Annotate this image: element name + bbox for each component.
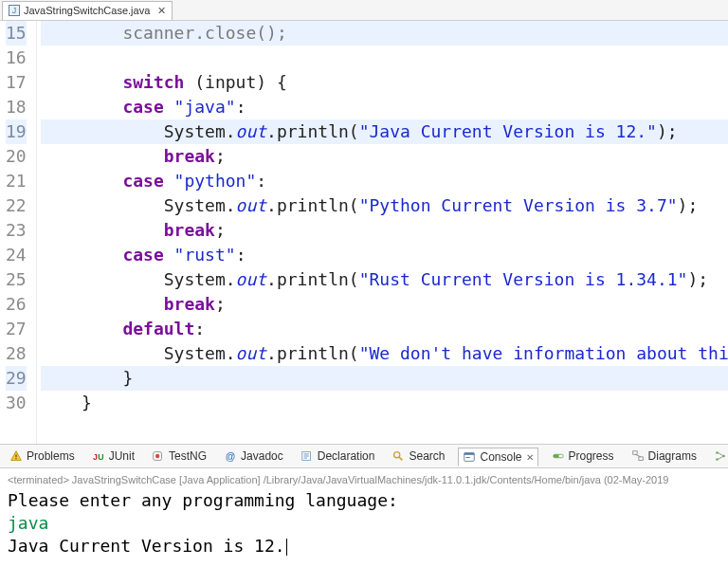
view-tab-declaration[interactable]: Declaration: [297, 448, 379, 465]
warning-icon: [9, 449, 23, 463]
view-tab-junit[interactable]: JUJUnit: [88, 448, 138, 465]
svg-text:@: @: [226, 450, 236, 462]
line-number: 27: [6, 317, 27, 341]
testng-icon: [152, 449, 165, 463]
console-status: <terminated> JavaStringSwitchCase [Java …: [0, 468, 728, 485]
line-number: 18: [6, 95, 27, 119]
view-tab-callhier[interactable]: Call Hierar: [710, 441, 728, 471]
svg-line-25: [718, 453, 722, 456]
code-line[interactable]: System.out.println("Rust Current Version…: [41, 267, 728, 292]
console-line: Please enter any programming language:: [8, 489, 720, 512]
view-tab-label: TestNG: [169, 449, 207, 463]
java-file-icon: J: [9, 5, 20, 16]
view-tab-console[interactable]: Console ✕: [458, 448, 537, 466]
view-tab-testng[interactable]: TestNG: [148, 448, 210, 465]
view-tab-label: Console: [480, 450, 521, 464]
svg-text:U: U: [98, 452, 103, 462]
code-line[interactable]: case "rust":: [41, 243, 728, 267]
line-number: 15: [6, 21, 27, 46]
code-line[interactable]: System.out.println("We don't have inform…: [41, 341, 728, 366]
svg-rect-2: [15, 458, 16, 459]
line-number: 26: [6, 292, 27, 317]
line-number: 20: [6, 144, 27, 169]
code-line[interactable]: default:: [41, 317, 728, 341]
editor-tab-label: JavaStringSwitchCase.java: [24, 5, 150, 16]
svg-point-6: [155, 454, 159, 458]
code-line[interactable]: }: [41, 366, 728, 391]
close-icon[interactable]: ✕: [526, 452, 534, 463]
code-line[interactable]: }: [41, 391, 728, 415]
svg-rect-19: [632, 451, 636, 455]
callhier-icon: [714, 449, 727, 463]
code-line[interactable]: switch (input) {: [41, 70, 728, 95]
svg-rect-11: [303, 458, 307, 459]
view-tab-label: Declaration: [318, 449, 375, 463]
line-number-gutter: 15161718192021222324252627282930: [0, 21, 37, 444]
editor-tab-bar: J JavaStringSwitchCase.java ✕: [0, 0, 728, 21]
svg-text:J: J: [93, 452, 98, 462]
view-tab-search[interactable]: Search: [388, 448, 448, 465]
decl-icon: [300, 449, 314, 463]
code-line[interactable]: scanner.close();: [41, 21, 728, 46]
view-tab-diagrams[interactable]: Diagrams: [628, 448, 701, 465]
code-line[interactable]: System.out.println("Java Current Version…: [41, 119, 728, 144]
svg-rect-10: [303, 455, 308, 456]
search-icon: [391, 449, 405, 463]
view-tab-label: Search: [409, 449, 445, 463]
views-tab-bar: ProblemsJUJUnitTestNG@JavadocDeclaration…: [0, 444, 728, 468]
code-line[interactable]: [41, 46, 728, 70]
at-icon: @: [224, 449, 237, 463]
diagrams-icon: [631, 449, 645, 463]
svg-rect-9: [303, 453, 308, 454]
svg-line-21: [634, 454, 640, 457]
console-line: java: [8, 512, 720, 535]
view-tab-problems[interactable]: Problems: [6, 448, 79, 465]
code-line[interactable]: System.out.println("Python Current Versi…: [41, 193, 728, 218]
code-line[interactable]: break;: [41, 144, 728, 169]
line-number: 22: [6, 193, 27, 218]
view-tab-label: JUnit: [109, 449, 135, 463]
console-output[interactable]: Please enter any programming language:ja…: [0, 485, 728, 567]
line-number: 21: [6, 169, 27, 193]
junit-icon: JU: [92, 449, 105, 463]
line-number: 24: [6, 243, 27, 267]
line-number: 16: [6, 46, 27, 70]
line-number: 25: [6, 267, 27, 292]
view-tab-label: Progress: [569, 449, 614, 463]
code-line[interactable]: break;: [41, 292, 728, 317]
svg-rect-1: [15, 454, 16, 457]
line-number: 19: [6, 119, 27, 144]
line-number: 17: [6, 70, 27, 95]
line-number: 29: [6, 366, 27, 391]
text-caret: [286, 539, 287, 556]
close-icon[interactable]: ✕: [157, 5, 166, 17]
view-tab-javadoc[interactable]: @Javadoc: [220, 448, 287, 465]
code-area[interactable]: scanner.close(); switch (input) { case "…: [37, 21, 728, 444]
view-tab-label: Problems: [27, 449, 75, 463]
svg-point-12: [394, 452, 400, 458]
view-tab-label: Diagrams: [648, 449, 697, 463]
code-line[interactable]: case "java":: [41, 95, 728, 119]
editor-tab-active[interactable]: J JavaStringSwitchCase.java ✕: [2, 1, 173, 20]
view-tab-progress[interactable]: Progress: [548, 448, 618, 465]
line-number: 28: [6, 341, 27, 366]
code-line[interactable]: case "python":: [41, 169, 728, 193]
svg-line-26: [718, 456, 722, 459]
svg-rect-20: [638, 457, 642, 461]
svg-rect-18: [553, 454, 558, 458]
console-icon: [463, 450, 476, 464]
view-tab-label: Javadoc: [241, 449, 283, 463]
svg-rect-16: [466, 457, 470, 458]
svg-rect-15: [464, 453, 475, 455]
code-line[interactable]: break;: [41, 218, 728, 243]
svg-line-13: [399, 457, 403, 461]
line-number: 30: [6, 391, 27, 415]
code-editor[interactable]: 15161718192021222324252627282930 scanner…: [0, 21, 728, 444]
progress-icon: [552, 449, 565, 463]
console-line: Java Current Version is 12.: [8, 535, 720, 558]
line-number: 23: [6, 218, 27, 243]
